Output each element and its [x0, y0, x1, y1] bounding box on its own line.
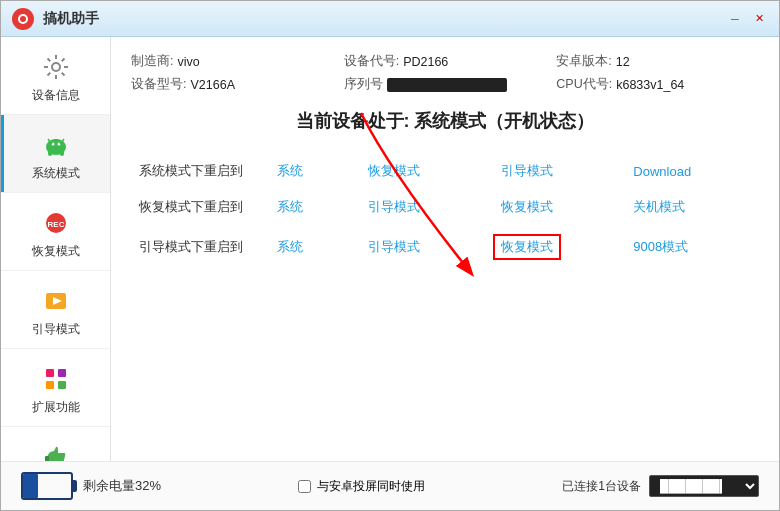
row3-link2[interactable]: 引导模式 — [352, 225, 484, 269]
table-row: 引导模式下重启到 系统 引导模式 恢复模式 9008模式 — [131, 225, 759, 269]
mirror-checkbox[interactable] — [298, 480, 311, 493]
sidebar: 设备信息 — [1, 37, 111, 461]
mirror-label: 与安卓投屏同时使用 — [317, 478, 425, 495]
cpu-cell: CPU代号: k6833v1_64 — [556, 76, 759, 93]
serial-redact — [387, 78, 507, 92]
sidebar-item-system-mode[interactable]: 系统模式 — [1, 115, 110, 193]
titlebar: 搞机助手 ─ ✕ — [1, 1, 779, 37]
sidebar-label-system-mode: 系统模式 — [32, 165, 80, 182]
row1-link1[interactable]: 系统 — [261, 153, 352, 189]
bottom-bar: 剩余电量32% 与安卓投屏同时使用 已连接1台设备 ████████████ — [1, 461, 779, 510]
svg-text:REC: REC — [47, 220, 64, 229]
serial-label: 序列号 — [344, 76, 383, 93]
device-code-cell: 设备代号: PD2166 — [344, 53, 547, 70]
thumb-icon — [40, 441, 72, 461]
rec-icon: REC — [40, 207, 72, 239]
svg-rect-19 — [46, 381, 54, 389]
sidebar-item-donate[interactable]: 捐赠支持 — [1, 427, 110, 461]
grid-icon — [40, 363, 72, 395]
android-value: 12 — [616, 55, 630, 69]
app-title: 搞机助手 — [43, 10, 99, 28]
mode-table-wrapper: 系统模式下重启到 系统 恢复模式 引导模式 Download 恢复模式下重启到 … — [131, 153, 759, 269]
mode-table: 系统模式下重启到 系统 恢复模式 引导模式 Download 恢复模式下重启到 … — [131, 153, 759, 269]
model-value: V2166A — [190, 78, 234, 92]
battery-section: 剩余电量32% — [21, 472, 161, 500]
svg-rect-20 — [58, 381, 66, 389]
titlebar-left: 搞机助手 — [11, 7, 99, 31]
model-label: 设备型号: — [131, 76, 186, 93]
android-label: 安卓版本: — [556, 53, 611, 70]
device-code-label: 设备代号: — [344, 53, 399, 70]
battery-label: 剩余电量32% — [83, 477, 161, 495]
battery-icon — [21, 472, 73, 500]
serial-cell: 序列号 — [344, 76, 547, 93]
row3-link1[interactable]: 系统 — [261, 225, 352, 269]
manufacturer-label: 制造商: — [131, 53, 173, 70]
row3-link4[interactable]: 9008模式 — [617, 225, 759, 269]
sidebar-label-boot: 引导模式 — [32, 321, 80, 338]
row1-link3[interactable]: 引导模式 — [485, 153, 617, 189]
boot-icon — [40, 285, 72, 317]
row3-link3[interactable]: 恢复模式 — [485, 225, 617, 269]
cpu-label: CPU代号: — [556, 76, 612, 93]
android-version-cell: 安卓版本: 12 — [556, 53, 759, 70]
row2-label: 恢复模式下重启到 — [131, 189, 261, 225]
sidebar-item-extend[interactable]: 扩展功能 — [1, 349, 110, 427]
content-area: 制造商: vivo 设备代号: PD2166 安卓版本: 12 设备型号: V2… — [111, 37, 779, 461]
svg-rect-7 — [48, 149, 52, 156]
app-window: 搞机助手 ─ ✕ 设备信息 — [0, 0, 780, 511]
svg-rect-8 — [60, 149, 64, 156]
row3-label: 引导模式下重启到 — [131, 225, 261, 269]
connected-label: 已连接1台设备 — [562, 478, 641, 495]
svg-point-2 — [20, 16, 26, 22]
row1-link2[interactable]: 恢复模式 — [352, 153, 484, 189]
sidebar-label-extend: 扩展功能 — [32, 399, 80, 416]
svg-rect-18 — [58, 369, 66, 377]
app-icon — [11, 7, 35, 31]
sidebar-item-boot-mode[interactable]: 引导模式 — [1, 271, 110, 349]
connected-bar: 已连接1台设备 ████████████ — [562, 475, 759, 497]
svg-rect-17 — [46, 369, 54, 377]
device-code-value: PD2166 — [403, 55, 448, 69]
row1-label: 系统模式下重启到 — [131, 153, 261, 189]
row2-link4[interactable]: 关机模式 — [617, 189, 759, 225]
manufacturer-value: vivo — [177, 55, 199, 69]
sidebar-label-recovery: 恢复模式 — [32, 243, 80, 260]
model-cell: 设备型号: V2166A — [131, 76, 334, 93]
titlebar-controls: ─ ✕ — [725, 11, 769, 27]
android-icon — [40, 129, 72, 161]
svg-point-3 — [52, 63, 60, 71]
svg-rect-21 — [45, 456, 49, 461]
checkbox-section: 与安卓投屏同时使用 — [298, 478, 425, 495]
manufacturer-cell: 制造商: vivo — [131, 53, 334, 70]
table-row: 系统模式下重启到 系统 恢复模式 引导模式 Download — [131, 153, 759, 189]
minimize-button[interactable]: ─ — [725, 11, 745, 27]
sidebar-label-device-info: 设备信息 — [32, 87, 80, 104]
close-button[interactable]: ✕ — [749, 11, 769, 27]
battery-fill — [23, 474, 38, 498]
table-row: 恢复模式下重启到 系统 引导模式 恢复模式 关机模式 — [131, 189, 759, 225]
row2-link2[interactable]: 引导模式 — [352, 189, 484, 225]
device-select[interactable]: ████████████ — [649, 475, 759, 497]
main-title: 当前设备处于: 系统模式（开机状态） — [131, 109, 759, 133]
device-info-section: 制造商: vivo 设备代号: PD2166 安卓版本: 12 设备型号: V2… — [131, 53, 759, 93]
row1-link4[interactable]: Download — [617, 153, 759, 189]
main-area: 设备信息 — [1, 37, 779, 461]
gear-icon — [40, 51, 72, 83]
row2-link3[interactable]: 恢复模式 — [485, 189, 617, 225]
sidebar-item-device-info[interactable]: 设备信息 — [1, 37, 110, 115]
row2-link1[interactable]: 系统 — [261, 189, 352, 225]
sidebar-item-recovery-mode[interactable]: REC 恢复模式 — [1, 193, 110, 271]
cpu-value: k6833v1_64 — [616, 78, 684, 92]
